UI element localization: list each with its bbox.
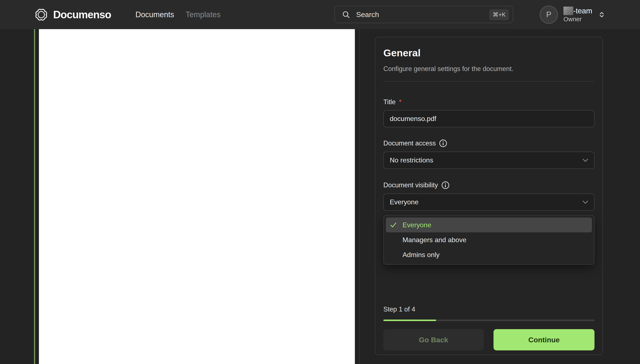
avatar: P xyxy=(540,6,558,24)
progress-fill xyxy=(383,320,436,321)
title-field-label: Title * xyxy=(383,98,594,106)
step-indicator: Step 1 of 4 xyxy=(383,306,594,313)
panel-subtitle: Configure general settings for the docum… xyxy=(383,65,594,73)
document-visibility-label: Document visibility xyxy=(383,181,594,189)
info-icon[interactable] xyxy=(442,181,450,189)
team-meta: -team Owner xyxy=(564,6,592,22)
panel-divider xyxy=(383,81,594,82)
visibility-selected-value: Everyone xyxy=(390,198,418,206)
wizard-actions: Go Back Continue xyxy=(383,329,594,350)
document-access-select[interactable]: No restrictions xyxy=(383,152,594,169)
team-name-redacted xyxy=(564,6,573,15)
visibility-label-text: Document visibility xyxy=(383,181,438,189)
check-icon xyxy=(390,222,396,228)
progress-bar xyxy=(383,320,594,321)
required-asterisk: * xyxy=(399,98,402,106)
nav-item-templates[interactable]: Templates xyxy=(186,10,220,19)
page-edge-accent xyxy=(34,29,35,364)
dropdown-option-admins-only[interactable]: Admins only xyxy=(386,247,592,262)
continue-button[interactable]: Continue xyxy=(494,329,594,350)
primary-nav: Documents Templates xyxy=(136,0,220,29)
app-root: Documenso Documents Templates Search ⌘+K… xyxy=(0,0,640,364)
dropdown-option-managers-and-above[interactable]: Managers and above xyxy=(386,232,592,247)
option-label: Managers and above xyxy=(402,236,466,244)
document-access-label: Document access xyxy=(383,139,594,147)
general-settings-card: General Configure general settings for t… xyxy=(375,37,603,355)
search-placeholder: Search xyxy=(356,10,379,19)
document-visibility-select[interactable]: Everyone xyxy=(383,194,594,211)
search-input[interactable]: Search ⌘+K xyxy=(334,6,513,23)
chevrons-up-down-icon xyxy=(598,11,605,18)
top-navbar: Documenso Documents Templates Search ⌘+K… xyxy=(0,0,640,29)
content-divider xyxy=(359,29,360,364)
nav-item-documents[interactable]: Documents xyxy=(136,10,174,19)
option-label: Admins only xyxy=(402,251,440,259)
brand-home-link[interactable]: Documenso xyxy=(34,0,111,29)
team-name-suffix: -team xyxy=(573,6,592,15)
access-label-text: Document access xyxy=(383,140,436,147)
document-page-preview xyxy=(39,29,355,364)
go-back-button[interactable]: Go Back xyxy=(383,329,484,350)
dropdown-option-everyone[interactable]: Everyone xyxy=(386,218,592,232)
access-selected-value: No restrictions xyxy=(390,156,433,164)
title-input[interactable] xyxy=(383,110,594,127)
chevron-down-icon xyxy=(582,200,588,204)
documenso-logo-icon xyxy=(34,8,48,22)
info-icon[interactable] xyxy=(439,139,447,147)
main-content: General Configure general settings for t… xyxy=(0,29,640,364)
team-switcher[interactable]: P -team Owner xyxy=(540,0,605,29)
option-label: Everyone xyxy=(402,221,431,229)
visibility-dropdown-menu: Everyone Managers and above Admins only xyxy=(383,215,594,265)
team-role-label: Owner xyxy=(564,16,592,22)
panel-title: General xyxy=(383,47,594,59)
search-icon xyxy=(342,11,350,19)
brand-name: Documenso xyxy=(53,8,111,21)
chevron-down-icon xyxy=(582,158,588,162)
search-shortcut-badge: ⌘+K xyxy=(489,9,509,20)
title-label-text: Title xyxy=(383,98,396,106)
